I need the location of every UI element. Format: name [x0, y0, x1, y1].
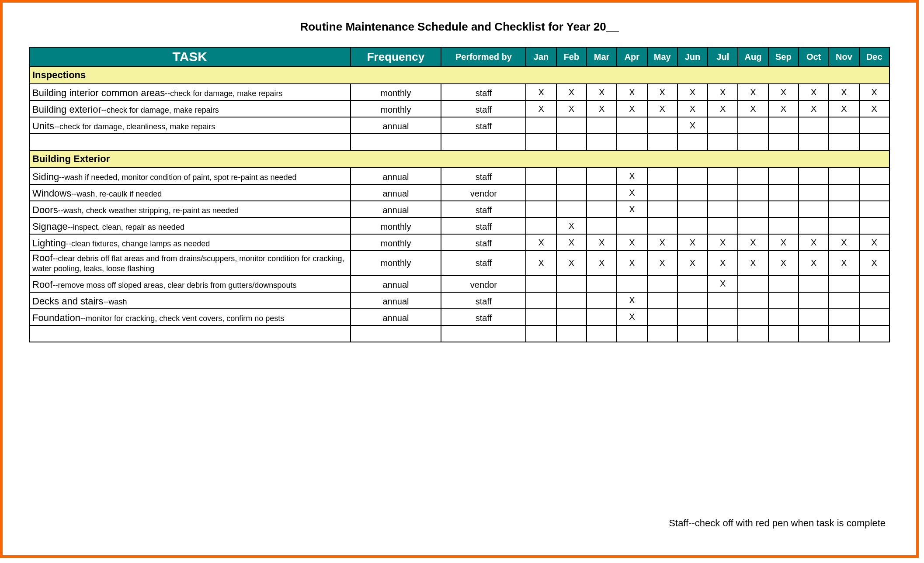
month-cell: X: [617, 292, 647, 309]
month-cell: X: [768, 234, 799, 251]
month-cell: X: [617, 234, 647, 251]
month-cell: X: [829, 100, 859, 117]
month-cell: X: [617, 251, 647, 276]
frequency-cell: monthly: [351, 84, 441, 100]
month-cell: [677, 309, 708, 325]
task-name: Units: [32, 121, 54, 131]
month-cell: [738, 168, 768, 184]
month-cell: X: [617, 100, 647, 117]
month-cell: [677, 276, 708, 292]
month-cell: [617, 134, 647, 150]
month-cell: X: [556, 251, 587, 276]
month-cell: X: [738, 251, 768, 276]
frequency-cell: annual: [351, 292, 441, 309]
month-cell: X: [859, 234, 889, 251]
task-name: Doors: [32, 204, 58, 215]
month-cell: [677, 201, 708, 218]
month-cell: [799, 325, 829, 342]
month-cell: [556, 309, 587, 325]
table-row: Siding--wash if needed, monitor conditio…: [29, 168, 889, 184]
header-performed-by: Performed by: [441, 47, 526, 66]
task-cell: Units--check for damage, cleanliness, ma…: [29, 117, 351, 134]
month-cell: X: [677, 117, 708, 134]
month-cell: [768, 325, 799, 342]
month-cell: [587, 184, 617, 201]
task-name: Signage: [32, 221, 68, 232]
task-name: Foundation: [32, 312, 80, 323]
month-cell: X: [708, 276, 738, 292]
header-frequency: Frequency: [351, 47, 441, 66]
month-cell: [768, 117, 799, 134]
month-cell: [526, 168, 556, 184]
header-jan: Jan: [526, 47, 556, 66]
frequency-cell: annual: [351, 117, 441, 134]
month-cell: X: [768, 251, 799, 276]
task-name: Building exterior: [32, 104, 101, 115]
month-cell: X: [677, 84, 708, 100]
table-row: [29, 134, 889, 150]
month-cell: X: [799, 234, 829, 251]
month-cell: [799, 309, 829, 325]
month-cell: [829, 218, 859, 234]
table-row: Signage--inspect, clean, repair as neede…: [29, 218, 889, 234]
performed-by-cell: staff: [441, 309, 526, 325]
month-cell: X: [617, 309, 647, 325]
month-cell: X: [677, 234, 708, 251]
frequency-cell: monthly: [351, 218, 441, 234]
month-cell: [587, 218, 617, 234]
month-cell: [799, 184, 829, 201]
task-desc: --clear debris off flat areas and from d…: [32, 254, 344, 273]
month-cell: [799, 168, 829, 184]
frequency-cell: [351, 325, 441, 342]
month-cell: [859, 276, 889, 292]
performed-by-cell: staff: [441, 168, 526, 184]
month-cell: [526, 276, 556, 292]
month-cell: [859, 218, 889, 234]
task-cell: Foundation--monitor for cracking, check …: [29, 309, 351, 325]
month-cell: X: [799, 100, 829, 117]
month-cell: [859, 292, 889, 309]
month-cell: [526, 218, 556, 234]
month-cell: [647, 325, 677, 342]
task-desc: --check for damage, make repairs: [101, 106, 219, 114]
month-cell: [617, 218, 647, 234]
table-row: Roof--clear debris off flat areas and fr…: [29, 251, 889, 276]
month-cell: [677, 218, 708, 234]
performed-by-cell: vendor: [441, 184, 526, 201]
month-cell: [829, 292, 859, 309]
month-cell: X: [799, 251, 829, 276]
month-cell: [556, 117, 587, 134]
table-row: Windows--wash, re-caulk if neededannualv…: [29, 184, 889, 201]
month-cell: [859, 325, 889, 342]
task-name: Decks and stairs: [32, 296, 104, 307]
month-cell: [617, 117, 647, 134]
month-cell: X: [708, 84, 738, 100]
task-desc: --inspect, clean, repair as needed: [68, 223, 184, 231]
header-mar: Mar: [587, 47, 617, 66]
month-cell: [526, 117, 556, 134]
task-desc: --check for damage, make repairs: [165, 89, 282, 98]
month-cell: X: [647, 100, 677, 117]
performed-by-cell: [441, 134, 526, 150]
month-cell: [708, 184, 738, 201]
month-cell: X: [859, 84, 889, 100]
month-cell: [738, 309, 768, 325]
header-feb: Feb: [556, 47, 587, 66]
task-cell: Building interior common areas--check fo…: [29, 84, 351, 100]
month-cell: [587, 325, 617, 342]
section-name: Inspections: [29, 66, 889, 84]
month-cell: X: [617, 84, 647, 100]
month-cell: X: [587, 251, 617, 276]
task-desc: --remove moss off sloped areas, clear de…: [52, 281, 296, 290]
task-name: Lighting: [32, 238, 66, 249]
month-cell: [768, 276, 799, 292]
month-cell: X: [617, 168, 647, 184]
task-desc: --wash: [104, 297, 127, 306]
frequency-cell: annual: [351, 309, 441, 325]
task-name: Siding: [32, 171, 59, 182]
task-desc: --wash, check weather stripping, re-pain…: [58, 206, 239, 215]
month-cell: X: [647, 84, 677, 100]
header-row: TASK Frequency Performed by Jan Feb Mar …: [29, 47, 889, 66]
month-cell: X: [526, 84, 556, 100]
performed-by-cell: staff: [441, 100, 526, 117]
